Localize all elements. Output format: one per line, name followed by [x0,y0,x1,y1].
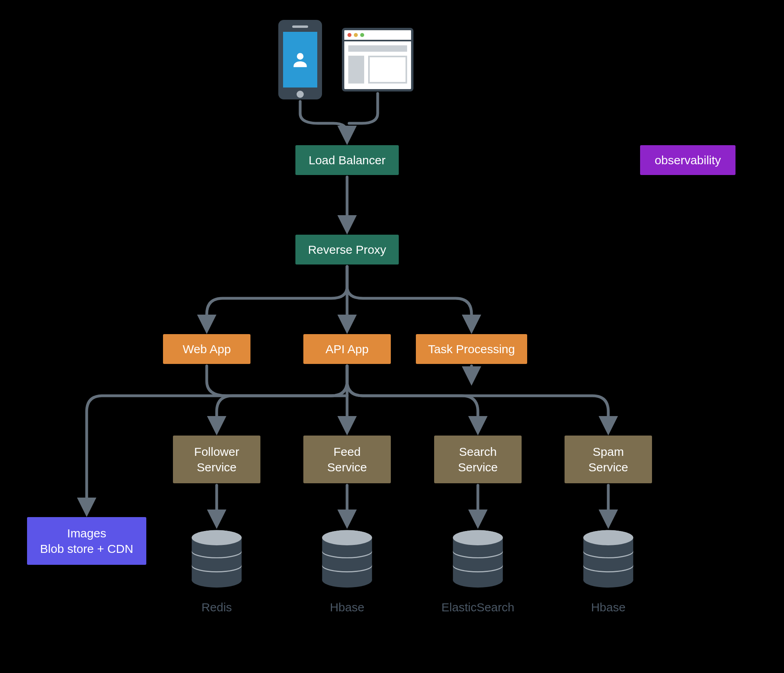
hbase1-db-icon [319,529,375,589]
svg-point-15 [322,558,372,572]
architecture-diagram: Load Balancer observability Reverse Prox… [0,0,784,673]
api-app-label: API App [326,342,369,356]
svg-point-30 [583,544,633,557]
svg-point-7 [192,558,241,572]
observability-label: observability [655,154,721,167]
svg-point-0 [297,53,304,60]
spam-service-l2: Service [588,459,628,475]
svg-point-3 [192,572,241,587]
web-app-label: Web App [182,342,231,356]
svg-point-31 [583,558,633,572]
elasticsearch-db-icon [450,529,506,589]
svg-point-32 [583,530,633,545]
search-service-l2: Service [458,459,498,475]
task-processing-node: Task Processing [416,334,527,364]
hbase2-db-icon [580,529,636,589]
arrows-layer [0,0,784,673]
svg-point-16 [322,530,372,545]
svg-point-22 [453,544,503,557]
hbase2-label: Hbase [561,601,656,614]
svg-point-14 [322,544,372,557]
hbase1-label: Hbase [299,601,395,614]
follower-service-node: Follower Service [173,436,260,483]
images-l2: Blob store + CDN [40,541,133,556]
svg-point-24 [453,530,503,545]
reverse-proxy-node: Reverse Proxy [295,235,399,265]
svg-point-27 [583,572,633,587]
web-client-icon [342,28,413,91]
svg-point-6 [192,544,241,557]
images-blob-node: Images Blob store + CDN [27,517,146,565]
load-balancer-label: Load Balancer [309,154,385,167]
api-app-node: API App [303,334,391,364]
feed-service-l1: Feed [334,444,361,459]
svg-point-19 [453,572,503,587]
redis-label: Redis [169,601,264,614]
feed-service-l2: Service [327,459,367,475]
web-app-node: Web App [163,334,250,364]
search-service-l1: Search [459,444,497,459]
reverse-proxy-label: Reverse Proxy [308,243,386,257]
feed-service-node: Feed Service [303,436,391,483]
svg-point-8 [192,530,241,545]
elasticsearch-label: ElasticSearch [430,601,526,614]
load-balancer-node: Load Balancer [295,145,399,175]
observability-node: observability [640,145,735,175]
search-service-node: Search Service [434,436,522,483]
task-processing-label: Task Processing [428,342,515,356]
svg-point-23 [453,558,503,572]
spam-service-l1: Spam [593,444,624,459]
follower-service-l2: Service [197,459,237,475]
follower-service-l1: Follower [194,444,239,459]
svg-point-11 [322,572,372,587]
redis-db-icon [189,529,245,589]
images-l1: Images [67,525,106,541]
mobile-client-icon [278,20,322,99]
spam-service-node: Spam Service [565,436,652,483]
